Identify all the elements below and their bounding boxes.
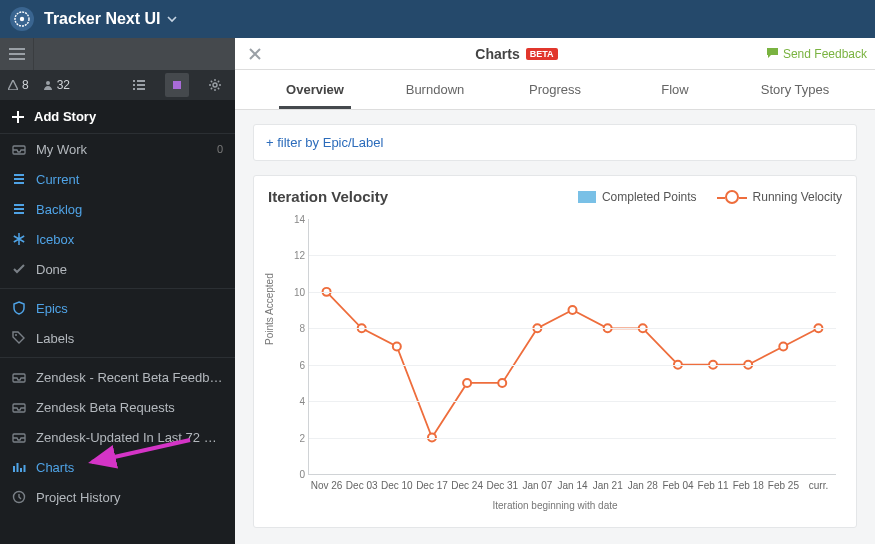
stats-bar: 8 32	[0, 70, 235, 100]
member-count-val: 32	[57, 78, 70, 92]
sidebar-item-my-work[interactable]: My Work0	[0, 134, 235, 164]
svg-point-4	[213, 83, 217, 87]
inbox-icon	[12, 370, 26, 384]
svg-point-6	[15, 334, 17, 336]
tab-burndown[interactable]: Burndown	[375, 70, 495, 109]
y-tick: 4	[283, 396, 305, 407]
line-point[interactable]	[463, 379, 471, 387]
list-icon	[12, 172, 26, 186]
sidebar-item-charts[interactable]: Charts	[0, 452, 235, 482]
tab-overview[interactable]: Overview	[255, 70, 375, 109]
line-overlay	[309, 219, 836, 474]
add-story-button[interactable]: Add Story	[0, 100, 235, 134]
app-logo[interactable]	[10, 7, 34, 31]
sidebar-item-zendesk-beta-requests[interactable]: Zendesk Beta Requests	[0, 392, 235, 422]
tab-bar: OverviewBurndownProgressFlowStory Types	[235, 70, 875, 110]
legend-completed: Completed Points	[578, 190, 697, 204]
sidebar-item-epics[interactable]: Epics	[0, 293, 235, 323]
panel-view-button[interactable]	[165, 73, 189, 97]
x-axis-label: Iteration beginning with date	[268, 500, 842, 511]
chart: Points Accepted Nov 26Dec 03Dec 10Dec 17…	[268, 215, 842, 515]
member-count[interactable]: 32	[43, 78, 70, 92]
sidebar-item-zendesk-updated-in-last-72-h[interactable]: Zendesk-Updated In Last 72 H...	[0, 422, 235, 452]
sidebar-item-zendesk-recent-beta-feedback[interactable]: Zendesk - Recent Beta Feedback	[0, 362, 235, 392]
y-tick: 14	[283, 214, 305, 225]
sidebar-item-label: Labels	[36, 331, 223, 346]
line-point[interactable]	[779, 343, 787, 351]
line-point[interactable]	[569, 306, 577, 314]
legend-velocity: Running Velocity	[725, 190, 842, 204]
inbox-icon	[12, 142, 26, 156]
person-icon	[43, 80, 53, 90]
line-point[interactable]	[498, 379, 506, 387]
sidebar: 8 32 Add Story My Work0CurrentBacklogIce…	[0, 38, 235, 544]
settings-button[interactable]	[203, 73, 227, 97]
x-tick: Jan 28	[628, 480, 658, 491]
top-bar: Tracker Next UI	[0, 0, 875, 38]
sidebar-item-label: Current	[36, 172, 223, 187]
inbox-icon	[12, 400, 26, 414]
iteration-count[interactable]: 8	[8, 78, 29, 92]
iteration-icon	[8, 80, 18, 90]
velocity-marker-icon	[725, 190, 739, 204]
x-tick: Feb 25	[768, 480, 799, 491]
main-panel: Charts BETA Send Feedback OverviewBurndo…	[235, 38, 875, 544]
y-tick: 12	[283, 250, 305, 261]
hamburger-button[interactable]	[0, 38, 34, 70]
x-tick: Dec 03	[346, 480, 378, 491]
x-tick: Feb 11	[698, 480, 729, 491]
sidebar-topbar	[0, 38, 235, 70]
comment-icon	[766, 47, 779, 60]
sidebar-item-label: Done	[36, 262, 223, 277]
x-tick: Dec 24	[451, 480, 483, 491]
legend-b-label: Running Velocity	[753, 190, 842, 204]
y-tick: 0	[283, 469, 305, 480]
inbox-icon	[12, 430, 26, 444]
sidebar-item-label: Epics	[36, 301, 223, 316]
snow-icon	[12, 232, 26, 246]
tab-story-types[interactable]: Story Types	[735, 70, 855, 109]
sidebar-item-label: Backlog	[36, 202, 223, 217]
x-tick: Dec 31	[486, 480, 518, 491]
feedback-label: Send Feedback	[783, 47, 867, 61]
close-panel-button[interactable]	[243, 42, 267, 66]
x-tick: Dec 17	[416, 480, 448, 491]
y-tick: 2	[283, 432, 305, 443]
sidebar-item-project-history[interactable]: Project History	[0, 482, 235, 512]
y-axis-label: Points Accepted	[264, 273, 275, 345]
sidebar-item-label: Zendesk - Recent Beta Feedback	[36, 370, 223, 385]
project-title[interactable]: Tracker Next UI	[44, 10, 177, 28]
x-tick: Jan 14	[558, 480, 588, 491]
tab-flow[interactable]: Flow	[615, 70, 735, 109]
y-tick: 10	[283, 286, 305, 297]
send-feedback-link[interactable]: Send Feedback	[766, 47, 867, 61]
svg-point-2	[46, 81, 50, 85]
chart-icon	[12, 460, 26, 474]
sidebar-item-icebox[interactable]: Icebox	[0, 224, 235, 254]
sidebar-item-labels[interactable]: Labels	[0, 323, 235, 353]
sidebar-item-done[interactable]: Done	[0, 254, 235, 284]
tag-icon	[12, 331, 26, 345]
sidebar-item-count: 0	[217, 143, 223, 155]
y-tick: 8	[283, 323, 305, 334]
sidebar-item-label: Zendesk Beta Requests	[36, 400, 223, 415]
filter-link[interactable]: + filter by Epic/Label	[253, 124, 857, 161]
gear-icon	[208, 78, 222, 92]
svg-rect-3	[173, 81, 181, 89]
legend-a-label: Completed Points	[602, 190, 697, 204]
list-icon	[12, 202, 26, 216]
svg-point-1	[20, 17, 24, 21]
sidebar-item-current[interactable]: Current	[0, 164, 235, 194]
line-point[interactable]	[393, 343, 401, 351]
sidebar-item-label: My Work	[36, 142, 207, 157]
project-name-text: Tracker Next UI	[44, 10, 161, 28]
list-view-button[interactable]	[127, 73, 151, 97]
panel-header: Charts BETA Send Feedback	[235, 38, 875, 70]
sidebar-item-label: Icebox	[36, 232, 223, 247]
shield-icon	[12, 301, 26, 315]
y-tick: 6	[283, 359, 305, 370]
sidebar-item-backlog[interactable]: Backlog	[0, 194, 235, 224]
tab-progress[interactable]: Progress	[495, 70, 615, 109]
x-tick: Jan 21	[593, 480, 623, 491]
x-tick: Feb 04	[662, 480, 693, 491]
